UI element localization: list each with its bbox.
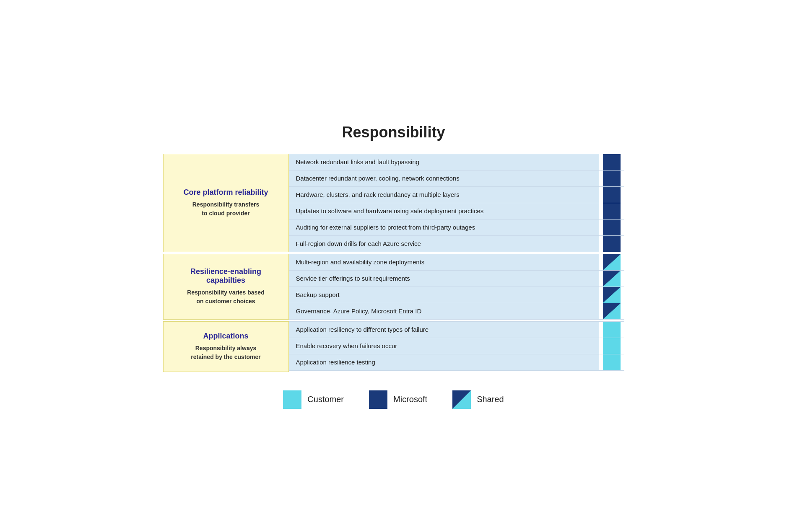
item-row: Multi-region and availability zone deplo…: [289, 254, 624, 271]
item-row: Updates to software and hardware using s…: [289, 203, 624, 220]
item-indicator: [599, 170, 624, 186]
section-label-applications: ApplicationsResponsibility always retain…: [163, 321, 289, 372]
legend-label-microsoft: Microsoft: [393, 395, 427, 404]
indicator-box-shared: [603, 254, 621, 270]
section-subtitle-core-platform: Responsibility transfers to cloud provid…: [192, 200, 260, 218]
item-indicator: [599, 203, 624, 219]
item-text: Network redundant links and fault bypass…: [289, 154, 599, 170]
item-text: Auditing for external suppliers to prote…: [289, 220, 599, 235]
indicator-box-microsoft: [603, 187, 621, 203]
indicator-box-customer: [603, 322, 621, 338]
section-label-resilience-enabling: Resilience-enabling capabiltiesResponsib…: [163, 254, 289, 320]
legend-item-customer: Customer: [283, 390, 344, 409]
item-text: Service tier offerings to suit requireme…: [289, 271, 599, 287]
legend-label-customer: Customer: [307, 395, 344, 404]
indicator-box-microsoft: [603, 220, 621, 235]
section-items-core-platform: Network redundant links and fault bypass…: [289, 154, 624, 252]
section-label-core-platform: Core platform reliabilityResponsibility …: [163, 154, 289, 252]
legend-item-shared: Shared: [452, 390, 504, 409]
indicator-box-microsoft: [603, 203, 621, 219]
section-title-resilience-enabling: Resilience-enabling capabilties: [172, 267, 280, 285]
item-indicator: [599, 187, 624, 203]
item-text: Hardware, clusters, and rack redundancy …: [289, 187, 599, 203]
indicator-box-customer: [603, 354, 621, 370]
legend-item-microsoft: Microsoft: [369, 390, 427, 409]
section-title-core-platform: Core platform reliability: [183, 188, 268, 197]
item-text: Application resilience testing: [289, 354, 599, 370]
item-indicator: [599, 287, 624, 303]
section-resilience-enabling: Resilience-enabling capabiltiesResponsib…: [163, 254, 624, 320]
section-items-resilience-enabling: Multi-region and availability zone deplo…: [289, 254, 624, 320]
item-indicator: [599, 254, 624, 270]
section-subtitle-applications: Responsibility always retained by the cu…: [191, 344, 261, 362]
indicator-box-microsoft: [603, 236, 621, 252]
item-indicator: [599, 322, 624, 338]
item-indicator: [599, 154, 624, 170]
item-row: Auditing for external suppliers to prote…: [289, 220, 624, 236]
item-row: Enable recovery when failures occur: [289, 338, 624, 354]
indicator-box-shared: [603, 271, 621, 287]
item-text: Backup support: [289, 287, 599, 303]
item-text: Enable recovery when failures occur: [289, 338, 599, 354]
indicator-box-shared: [603, 303, 621, 319]
section-subtitle-resilience-enabling: Responsibility varies based on customer …: [187, 288, 264, 306]
section-applications: ApplicationsResponsibility always retain…: [163, 321, 624, 372]
item-text: Updates to software and hardware using s…: [289, 203, 599, 219]
item-row: Backup support: [289, 287, 624, 303]
item-row: Datacenter redundant power, cooling, net…: [289, 170, 624, 187]
section-core-platform: Core platform reliabilityResponsibility …: [163, 154, 624, 252]
legend-box-customer: [283, 390, 301, 409]
indicator-box-shared: [603, 287, 621, 303]
item-indicator: [599, 338, 624, 354]
item-row: Governance, Azure Policy, Microsoft Entr…: [289, 303, 624, 320]
item-indicator: [599, 303, 624, 319]
legend-label-shared: Shared: [477, 395, 504, 404]
indicator-box-microsoft: [603, 154, 621, 170]
item-row: Application resilience testing: [289, 354, 624, 371]
page-container: Responsibility Core platform reliability…: [163, 124, 624, 409]
item-text: Full-region down drills for each Azure s…: [289, 236, 599, 252]
item-indicator: [599, 220, 624, 235]
item-row: Full-region down drills for each Azure s…: [289, 236, 624, 252]
item-indicator: [599, 354, 624, 370]
item-text: Multi-region and availability zone deplo…: [289, 254, 599, 270]
item-indicator: [599, 271, 624, 287]
section-title-applications: Applications: [203, 332, 248, 341]
indicator-box-microsoft: [603, 170, 621, 186]
item-text: Governance, Azure Policy, Microsoft Entr…: [289, 303, 599, 319]
item-indicator: [599, 236, 624, 252]
main-layout: Core platform reliabilityResponsibility …: [163, 154, 624, 374]
item-text: Datacenter redundant power, cooling, net…: [289, 170, 599, 186]
legend-box-microsoft: [369, 390, 387, 409]
section-items-applications: Application resiliency to different type…: [289, 321, 624, 372]
item-row: Application resiliency to different type…: [289, 321, 624, 338]
item-row: Service tier offerings to suit requireme…: [289, 271, 624, 287]
item-text: Application resiliency to different type…: [289, 322, 599, 338]
page-title: Responsibility: [163, 124, 624, 141]
indicator-box-customer: [603, 338, 621, 354]
item-row: Hardware, clusters, and rack redundancy …: [289, 187, 624, 203]
item-row: Network redundant links and fault bypass…: [289, 154, 624, 170]
legend-box-shared: [452, 390, 471, 409]
legend: CustomerMicrosoftShared: [163, 390, 624, 409]
